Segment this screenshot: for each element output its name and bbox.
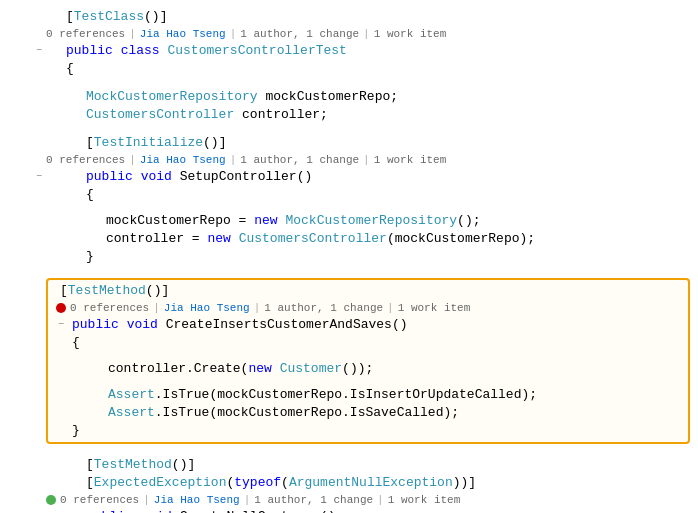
code-token: controller.Create( [108, 361, 248, 376]
code-line: } [0, 248, 698, 266]
code-token: ArgumentNullException [289, 475, 453, 490]
code-token: new [207, 231, 230, 246]
code-token: ))] [453, 475, 476, 490]
code-line: [TestMethod()] [48, 282, 688, 300]
code-token: MockCustomerRepository [86, 89, 258, 104]
code-line: Assert.IsTrue(mockCustomerRepo.IsSaveCal… [48, 404, 688, 422]
meta-line-ok: 0 references | Jia Hao Tseng | 1 author,… [0, 492, 698, 508]
code-line [0, 78, 698, 88]
code-line: [TestMethod()] [0, 456, 698, 474]
code-line: mockCustomerRepo = new MockCustomerRepos… [0, 212, 698, 230]
code-line: CustomersController controller; [0, 106, 698, 124]
code-line: controller.Create(new Customer()); [48, 360, 688, 378]
code-token: MockCustomerRepository [285, 213, 457, 228]
code-token: [ [86, 475, 94, 490]
code-line: − public void CreateNullCustomer() [0, 508, 698, 513]
code-token: mockCustomerRepo = [106, 213, 254, 228]
code-token: [ [86, 457, 94, 472]
code-token: (mockCustomerRepo); [387, 231, 535, 246]
highlighted-block: [TestMethod()] 0 references | Jia Hao Ts… [46, 278, 690, 444]
code-line: controller = new CustomersController(moc… [0, 230, 698, 248]
code-token: TestMethod [68, 283, 146, 298]
code-token: CustomersControllerTest [167, 43, 346, 58]
code-token: void [127, 317, 158, 332]
code-line: { [0, 186, 698, 204]
code-token: mockCustomerRepo; [265, 89, 398, 104]
code-token: ()] [203, 135, 226, 150]
code-token: typeof [234, 475, 281, 490]
work-item: 1 work item [374, 26, 447, 42]
code-token: [ [86, 135, 94, 150]
code-line [0, 266, 698, 276]
line-content: MockCustomerRepository mockCustomerRepo; [46, 88, 698, 106]
author-change: 1 author, 1 change [254, 492, 373, 508]
code-token: Assert [108, 405, 155, 420]
author-link[interactable]: Jia Hao Tseng [140, 26, 226, 42]
line-content: [TestInitialize()] [46, 134, 698, 152]
code-token: public [86, 509, 133, 513]
code-line [48, 352, 688, 360]
code-line: { [48, 334, 688, 352]
line-content: [TestClass()] [46, 8, 698, 26]
line-content: public void CreateNullCustomer() [46, 508, 698, 513]
code-token: CustomersController [239, 231, 387, 246]
code-token: .IsTrue(mockCustomerRepo.IsInsertOrUpdat… [155, 387, 537, 402]
code-token: CustomersController [86, 107, 234, 122]
code-token: CreateNullCustomer() [180, 509, 336, 513]
meta-line: 0 references | Jia Hao Tseng | 1 author,… [0, 26, 698, 42]
code-token: public [86, 169, 133, 184]
code-token: ExpectedException [94, 475, 227, 490]
ok-icon [46, 495, 56, 505]
ref-count: 0 references [46, 26, 125, 42]
code-token: TestClass [74, 9, 144, 24]
ref-count: 0 references [60, 492, 139, 508]
line-content: CustomersController controller; [46, 106, 698, 124]
code-token: .IsTrue(mockCustomerRepo.IsSaveCalled); [155, 405, 459, 420]
code-token: TestMethod [94, 457, 172, 472]
code-line [0, 124, 698, 134]
code-line: [TestClass()] [0, 8, 698, 26]
code-token: [ [66, 9, 74, 24]
line-content: { [68, 334, 688, 352]
collapse-btn[interactable]: − [32, 168, 46, 186]
code-token: ()] [172, 457, 195, 472]
line-content: [ExpectedException(typeof(ArgumentNullEx… [46, 474, 698, 492]
code-token: new [248, 361, 271, 376]
line-content: { [46, 60, 698, 78]
code-token: CreateInsertsCustomerAndSaves() [166, 317, 408, 332]
line-content: Assert.IsTrue(mockCustomerRepo.IsInsertO… [68, 386, 688, 404]
author-link[interactable]: Jia Hao Tseng [164, 300, 250, 316]
code-token: ()); [342, 361, 373, 376]
code-token: public [66, 43, 113, 58]
code-token: void [141, 169, 172, 184]
code-token: public [72, 317, 119, 332]
author-link[interactable]: Jia Hao Tseng [154, 492, 240, 508]
author-link[interactable]: Jia Hao Tseng [140, 152, 226, 168]
line-content: controller.Create(new Customer()); [68, 360, 688, 378]
code-token: (); [457, 213, 480, 228]
code-line: } [48, 422, 688, 440]
collapse-btn[interactable]: − [32, 42, 46, 60]
error-icon [56, 303, 66, 313]
line-content: public void SetupController() [46, 168, 698, 186]
code-token: controller = [106, 231, 207, 246]
code-line: − public void SetupController() [0, 168, 698, 186]
work-item: 1 work item [398, 300, 471, 316]
collapse-btn[interactable]: − [32, 508, 46, 513]
work-item: 1 work item [388, 492, 461, 508]
code-token: controller; [242, 107, 328, 122]
code-token: [ [60, 283, 68, 298]
collapse-btn[interactable]: − [54, 316, 68, 334]
code-token: Assert [108, 387, 155, 402]
line-content: { [46, 186, 698, 204]
code-line: { [0, 60, 698, 78]
code-token: ()] [144, 9, 167, 24]
line-content: controller = new CustomersController(moc… [46, 230, 698, 248]
code-token: Customer [280, 361, 342, 376]
author-change: 1 author, 1 change [264, 300, 383, 316]
code-token: void [141, 509, 172, 513]
author-change: 1 author, 1 change [240, 152, 359, 168]
code-line [0, 204, 698, 212]
code-token: new [254, 213, 277, 228]
code-line: Assert.IsTrue(mockCustomerRepo.IsInsertO… [48, 386, 688, 404]
